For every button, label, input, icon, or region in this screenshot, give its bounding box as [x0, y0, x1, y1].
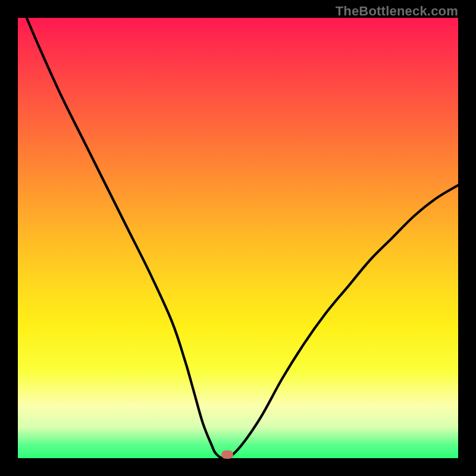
chart-frame: TheBottleneck.com [0, 0, 476, 476]
minimum-marker [221, 450, 233, 459]
plot-area [18, 18, 458, 458]
curve-path [27, 18, 458, 458]
watermark-text: TheBottleneck.com [336, 4, 458, 19]
bottleneck-curve [18, 18, 458, 458]
